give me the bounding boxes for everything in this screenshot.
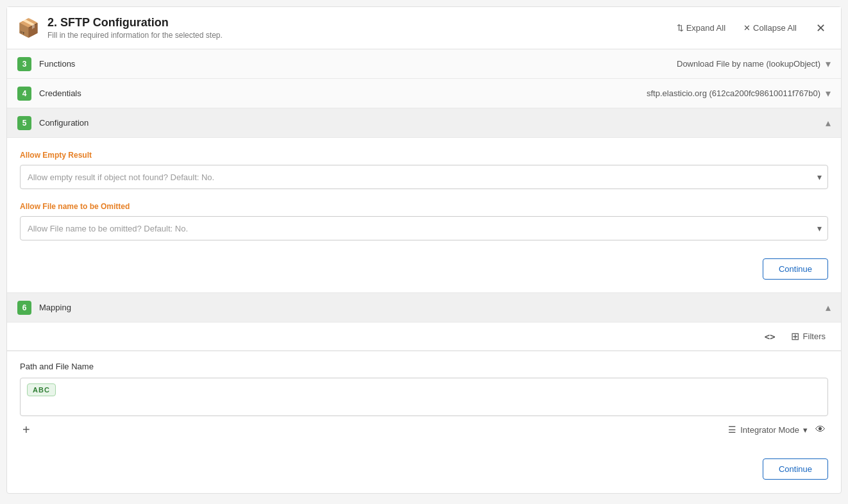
mapping-label: Mapping — [39, 303, 826, 312]
filters-button[interactable]: ⊞ Filters — [786, 328, 831, 345]
credentials-chevron-icon: ▾ — [826, 87, 831, 99]
integrator-mode-button[interactable]: ☰ Integrator Mode ▾ — [723, 422, 813, 437]
config-continue-button[interactable]: Continue — [763, 258, 828, 280]
mapping-section-row[interactable]: 6 Mapping ▴ — [7, 293, 841, 323]
panel-title: 2. SFTP Configuration — [47, 16, 673, 29]
integrator-mode-arrow-icon: ▾ — [803, 425, 808, 435]
filters-label: Filters — [803, 332, 826, 341]
path-file-name-label: Path and File Name — [20, 362, 828, 371]
expand-all-label: Expand All — [686, 23, 725, 33]
close-button[interactable]: ✕ — [811, 19, 831, 38]
collapse-all-label: Collapse All — [753, 23, 797, 33]
config-continue-wrapper: Continue — [20, 253, 828, 282]
collapse-all-button[interactable]: ✕ Collapse All — [740, 21, 801, 35]
add-mapping-button[interactable]: + — [20, 423, 33, 437]
step-4-badge: 4 — [17, 87, 31, 101]
step-5-badge: 5 — [17, 116, 31, 130]
mapping-continue-wrapper: Continue — [7, 448, 841, 490]
mapping-input-footer: + ☰ Integrator Mode ▾ 👁 — [20, 421, 828, 438]
step-3-badge: 3 — [17, 57, 31, 71]
mapping-chevron-icon: ▴ — [826, 301, 831, 314]
mapping-fields-area: Path and File Name ABC + ☰ Integrator Mo… — [7, 351, 841, 448]
configuration-label: Configuration — [39, 118, 826, 128]
functions-value: Download File by name (lookupObject) — [677, 59, 820, 69]
step-6-badge: 6 — [17, 301, 31, 315]
abc-badge: ABC — [27, 383, 56, 396]
panel-header: 📦 2. SFTP Configuration Fill in the requ… — [7, 7, 841, 49]
allow-empty-result-select[interactable] — [20, 165, 828, 189]
sftp-config-panel: 📦 2. SFTP Configuration Fill in the requ… — [6, 6, 842, 494]
mapping-toolbar: <> ⊞ Filters — [7, 323, 841, 351]
allow-file-name-omitted-label: Allow File name to be Omitted — [20, 202, 828, 211]
header-actions: ⇅ Expand All ✕ Collapse All ✕ — [673, 19, 831, 38]
configuration-chevron-icon: ▴ — [826, 117, 831, 129]
filters-icon: ⊞ — [791, 330, 799, 342]
mapping-continue-button[interactable]: Continue — [763, 458, 828, 480]
expand-all-button[interactable]: ⇅ Expand All — [673, 21, 729, 35]
title-group: 2. SFTP Configuration Fill in the requir… — [47, 16, 673, 40]
path-file-name-input-area[interactable]: ABC — [20, 378, 828, 416]
code-view-button[interactable]: <> — [762, 329, 778, 344]
integrator-mode-label: Integrator Mode — [740, 425, 799, 435]
mapping-content: <> ⊞ Filters Path and File Name ABC + ☰ … — [7, 323, 841, 448]
code-icon: <> — [765, 332, 776, 342]
functions-label: Functions — [39, 59, 677, 69]
credentials-section-row[interactable]: 4 Credentials sftp.elasticio.org (612ca2… — [7, 79, 841, 108]
eye-icon: 👁 — [815, 424, 826, 435]
allow-file-name-omitted-select[interactable] — [20, 216, 828, 240]
functions-section-row[interactable]: 3 Functions Download File by name (looku… — [7, 49, 841, 79]
configuration-content: Allow Empty Result ▾ Allow empty result … — [7, 138, 841, 293]
functions-chevron-icon: ▾ — [826, 58, 831, 70]
panel-subtitle: Fill in the required information for the… — [47, 31, 673, 40]
allow-empty-result-wrapper: ▾ Allow empty result if object not found… — [20, 165, 828, 189]
allow-empty-result-label: Allow Empty Result — [20, 151, 828, 160]
collapse-all-icon: ✕ — [743, 23, 750, 33]
sftp-icon: 📦 — [17, 17, 40, 38]
preview-button[interactable]: 👁 — [813, 421, 828, 438]
integrator-mode-icon: ☰ — [728, 424, 736, 435]
credentials-value: sftp.elasticio.org (612ca200fc98610011f7… — [647, 88, 820, 98]
expand-all-icon: ⇅ — [677, 23, 684, 33]
allow-file-name-omitted-wrapper: ▾ Allow File name to be omitted? Default… — [20, 216, 828, 240]
configuration-section-row[interactable]: 5 Configuration ▴ — [7, 108, 841, 138]
mapping-footer-right: ☰ Integrator Mode ▾ 👁 — [723, 421, 828, 438]
credentials-label: Credentials — [39, 88, 647, 98]
